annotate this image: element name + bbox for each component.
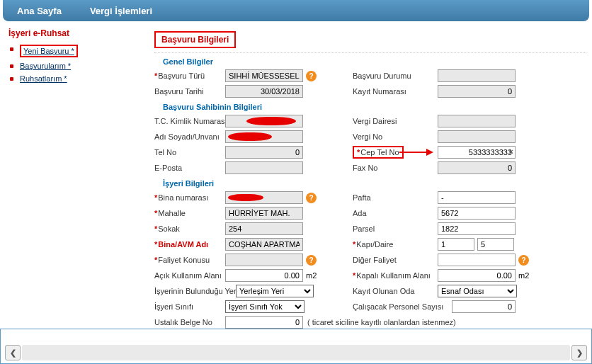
label-eposta: E-Posta	[154, 164, 225, 172]
sidebar-item-my-licenses[interactable]: Ruhsatlarım *	[6, 72, 147, 85]
module-title: İşyeri e-Ruhsat	[6, 28, 147, 38]
input-fax[interactable]	[438, 161, 516, 174]
label-ad-soyad: Adı Soyadı/Unvanı	[154, 132, 225, 141]
input-personel[interactable]	[452, 300, 516, 313]
input-basvuru-durumu[interactable]	[438, 69, 516, 82]
sidebar-link-apps[interactable]: Başvurularım *	[20, 62, 71, 70]
input-vergi-dairesi[interactable]	[438, 115, 516, 127]
input-ustalik[interactable]	[225, 316, 303, 329]
help-icon[interactable]: ?	[518, 255, 529, 266]
label-bina-no: *Bina numarası	[154, 193, 225, 202]
unit-m2: m2	[518, 271, 529, 280]
label-sinif: İşyeri Sınıfı	[154, 302, 225, 311]
label-vergi-dairesi: Vergi Dairesi	[353, 117, 438, 125]
label-basvuru-durumu: Başvuru Durumu	[353, 72, 438, 80]
nav-home[interactable]: Ana Sayfa	[17, 6, 62, 16]
input-kayit-no[interactable]	[438, 85, 516, 98]
panel-title: Başvuru Bilgileri	[154, 31, 236, 48]
label-tel: Tel No	[154, 148, 225, 157]
label-faliyet: *Faliyet Konusu	[154, 256, 225, 264]
nav-tax[interactable]: Vergi İşlemleri	[90, 6, 152, 16]
redaction-mark	[228, 132, 272, 141]
input-daire[interactable]	[477, 238, 514, 251]
select-kayit-oda[interactable]: Esnaf Odası	[438, 285, 517, 297]
input-vergi-no[interactable]	[438, 130, 516, 143]
input-basvuru-tarihi[interactable]	[225, 85, 303, 98]
label-personel: Çalışacak Personel Sayısı	[353, 302, 452, 311]
sidebar-item-my-applications[interactable]: Başvurularım *	[6, 59, 147, 72]
label-kayit-oda: Kayıt Olunan Oda	[353, 287, 438, 295]
section-workplace: İşyeri Bilgileri	[163, 179, 586, 188]
sidebar-link-licenses[interactable]: Ruhsatlarım *	[20, 74, 67, 83]
label-vergi-no: Vergi No	[353, 132, 438, 141]
section-owner: Başvuru Sahibinin Bilgileri	[163, 103, 586, 111]
unit-m2: m2	[306, 271, 317, 280]
label-ustalik: Ustalık Belge No	[154, 318, 225, 326]
input-kapali-alan[interactable]	[438, 269, 516, 282]
label-parsel: Parsel	[353, 224, 438, 233]
label-kayit-no: Kayıt Numarası	[353, 87, 438, 96]
top-nav: Ana Sayfa Vergi İşlemleri	[3, 0, 589, 21]
input-sokak[interactable]	[225, 222, 303, 235]
input-ada[interactable]	[438, 207, 516, 220]
label-kapali-alan: *Kapalı Kullanım Alanı	[353, 271, 438, 280]
help-icon[interactable]: ?	[306, 193, 317, 203]
label-basvuru-turu: *Başvuru Türü	[154, 72, 225, 80]
select-bulundugu-yer[interactable]: Yerleşim Yeri	[236, 285, 314, 297]
sidebar: İşyeri e-Ruhsat Yeni Başvuru * Başvurula…	[6, 28, 147, 358]
help-icon[interactable]: ?	[306, 71, 317, 81]
input-kapi[interactable]	[438, 238, 474, 251]
label-ada: Ada	[353, 209, 438, 217]
note-ustalik: ( ticaret siciline kayıtlı olanlardan is…	[307, 318, 456, 326]
label-tc: T.C. Kimlik Numarası	[154, 117, 225, 125]
label-pafta: Pafta	[353, 193, 438, 202]
sidebar-link-new[interactable]: Yeni Başvuru *	[23, 47, 74, 55]
main-panel: Başvuru Bilgileri Genel Bilgiler *Başvur…	[147, 28, 586, 358]
help-icon[interactable]: ?	[306, 255, 317, 266]
label-diger-faliyet: Diğer Faliyet	[353, 256, 438, 264]
input-basvuru-turu[interactable]	[225, 69, 303, 82]
input-cep[interactable]	[438, 146, 516, 159]
label-acik-alan: Açık Kullanım Alanı	[154, 271, 225, 280]
input-diger-faliyet[interactable]	[438, 254, 516, 266]
scroll-right-button[interactable]: ❯	[571, 345, 587, 360]
scroll-left-button[interactable]: ❮	[5, 345, 21, 360]
label-basvuru-tarihi: Başvuru Tarihi	[154, 87, 225, 96]
redaction-mark	[228, 194, 263, 201]
sidebar-item-new-application[interactable]: Yeni Başvuru *	[6, 42, 147, 59]
redaction-mark	[246, 117, 296, 125]
section-general: Genel Bilgiler	[163, 57, 586, 66]
label-cep: *Cep Tel No	[353, 148, 438, 157]
label-kapi-daire: *Kapı/Daire	[353, 240, 438, 249]
select-sinif[interactable]: İşyeri Sınıfı Yok	[225, 300, 304, 313]
scroll-footer: ❮ ❯	[0, 329, 592, 364]
input-eposta[interactable]	[225, 161, 303, 174]
input-pafta[interactable]	[438, 191, 516, 204]
clear-icon[interactable]: ×	[509, 147, 513, 156]
input-bina-avm[interactable]	[225, 238, 303, 251]
label-bulundugu-yer: İşyerinin Bulunduğu Yer	[154, 287, 236, 295]
label-sokak: *Sokak	[154, 224, 225, 233]
label-mahalle: *Mahalle	[154, 209, 225, 217]
input-parsel[interactable]	[438, 222, 516, 235]
input-faliyet[interactable]	[225, 254, 303, 266]
input-acik-alan[interactable]	[225, 269, 303, 282]
label-fax: Fax No	[353, 164, 438, 172]
label-bina-avm: *Bina/AVM Adı	[154, 240, 225, 249]
input-mahalle[interactable]	[225, 207, 303, 220]
input-tel[interactable]	[225, 146, 303, 159]
scrollbar-track[interactable]	[22, 345, 570, 360]
